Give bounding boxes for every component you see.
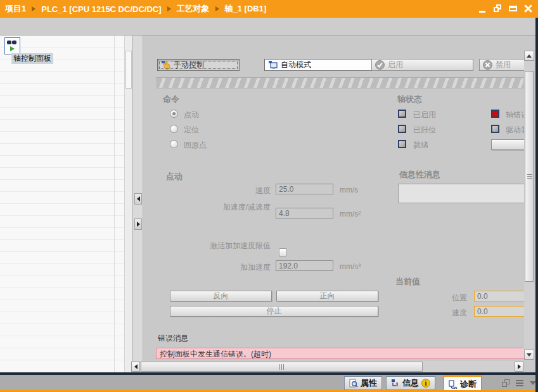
disable-button[interactable]: 禁用 (479, 59, 524, 71)
breadcrumb-axis[interactable]: 轴_1 [DB1] (225, 3, 267, 15)
info-icon: i (391, 379, 400, 388)
velocity-label: 速度 (423, 308, 467, 319)
acknowledge-button-partial[interactable] (491, 139, 524, 150)
scroll-up-button[interactable] (524, 51, 534, 61)
minimize-button[interactable] (478, 4, 487, 13)
statusbar-right-icons (502, 379, 536, 387)
scroll-left-button[interactable] (131, 362, 140, 372)
axis-status-section-title: 轴状态 (397, 94, 422, 105)
accel-label: 加速度/减速度 (181, 202, 271, 213)
vertical-scrollbar[interactable] (524, 51, 534, 360)
automatic-mode-button[interactable]: 自动模式 (264, 59, 373, 71)
monitor-icon (268, 60, 278, 70)
error-message-title: 错误消息 (158, 333, 188, 344)
homed-indicator (398, 125, 406, 133)
axis-control-panel: 手动控制 自动模式 启用 禁用 命令 (143, 35, 524, 360)
minimize-icon (479, 11, 485, 13)
sidebar-divider (114, 35, 115, 373)
breadcrumb-arrow-icon (32, 6, 35, 11)
chevron-left-icon (137, 196, 140, 201)
manual-control-label: 手动控制 (174, 60, 204, 70)
list-view-icon[interactable] (516, 380, 523, 386)
jog-section-title: 点动 (166, 171, 183, 182)
disable-label: 禁用 (496, 60, 511, 70)
sidebar: 轴控制面板 (0, 35, 132, 373)
collapse-left-button[interactable] (134, 193, 142, 205)
speed-unit: mm/s (340, 186, 358, 194)
play-icon (10, 46, 15, 51)
drive-error-indicator (491, 125, 499, 133)
enable-label: 启用 (388, 60, 403, 70)
breadcrumb-plc[interactable]: PLC_1 [CPU 1215C DC/DC/DC] (41, 4, 161, 14)
manual-control-button[interactable]: 手动控制 (157, 59, 240, 71)
sidebar-item-axis-control-panel[interactable]: 轴控制面板 (11, 53, 53, 64)
radio-positioning[interactable] (170, 125, 178, 133)
x-circle-icon (483, 60, 492, 70)
backward-button[interactable]: 反向 (170, 291, 272, 301)
accel-unit: mm/s² (340, 210, 361, 218)
breadcrumb-project[interactable]: 项目1 (5, 3, 26, 15)
radio-jog-label: 点动 (184, 110, 199, 120)
close-button[interactable] (524, 4, 533, 13)
thumb-grip-icon (279, 364, 285, 370)
horizontal-scrollbar[interactable] (131, 361, 523, 372)
window-right-edge (535, 18, 538, 392)
radio-jog[interactable] (170, 110, 178, 118)
breadcrumb-arrow-icon (167, 6, 171, 11)
ready-indicator (398, 140, 406, 148)
tab-info-label: 信息 (402, 377, 419, 389)
jerk-label: 加加速度 (181, 262, 271, 273)
position-value-field: 0.0 (474, 291, 524, 301)
titlebar: 项目1 PLC_1 [CPU 1215C DC/DC/DC] 工艺对象 轴_1 … (0, 0, 538, 18)
chevron-right-icon (518, 364, 521, 369)
sidebar-scrollbar[interactable] (124, 35, 132, 373)
enabled-indicator (398, 110, 406, 118)
maximize-icon (509, 6, 517, 11)
breadcrumb-technology-objects[interactable]: 工艺对象 (177, 3, 210, 15)
tab-diagnostics[interactable]: 诊断 (444, 375, 482, 392)
radio-homing-label: 回原点 (184, 140, 207, 151)
error-message-bar: 控制面板中发生通信错误。(超时) (156, 348, 524, 359)
info-badge-icon: i (421, 379, 430, 388)
tab-properties[interactable]: 属性 (344, 376, 382, 390)
maximize-button[interactable] (509, 4, 518, 13)
speed-input[interactable]: 25.0 (276, 184, 333, 194)
scroll-down-button[interactable] (524, 350, 534, 360)
splitter[interactable] (132, 35, 143, 373)
sidebar-scrollbar-thumb[interactable] (125, 51, 132, 89)
radio-homing[interactable] (170, 140, 178, 148)
check-circle-icon (375, 60, 385, 70)
command-section-title: 命令 (163, 94, 179, 105)
sidebar-item-label: 轴控制面板 (13, 53, 51, 64)
horizontal-scrollbar-thumb[interactable] (141, 362, 423, 372)
vertical-scrollbar-thumb[interactable] (525, 71, 534, 282)
restore-button[interactable] (494, 4, 503, 13)
scroll-right-button[interactable] (515, 362, 523, 372)
expand-right-button[interactable] (134, 218, 142, 230)
forward-button[interactable]: 正向 (276, 291, 378, 301)
current-values-title: 当前值 (395, 276, 420, 288)
chevron-up-icon (527, 54, 532, 58)
breadcrumb: 项目1 PLC_1 [CPU 1215C DC/DC/DC] 工艺对象 轴_1 … (5, 3, 266, 15)
toolbar-strip (0, 18, 538, 35)
commissioning-glasses-button[interactable] (4, 37, 20, 54)
accel-input[interactable]: 4.8 (276, 208, 333, 218)
breadcrumb-arrow-icon (215, 6, 219, 11)
stop-button[interactable]: 停止 (170, 306, 378, 317)
float-windows-icon[interactable] (502, 379, 509, 387)
axis-error-indicator (491, 110, 499, 118)
tab-diagnostics-label: 诊断 (460, 379, 477, 390)
chevron-down-icon (527, 353, 532, 357)
homed-label: 已归位 (413, 125, 436, 136)
thumb-grip-icon (527, 174, 532, 179)
tab-properties-label: 属性 (361, 377, 377, 389)
jerk-limit-checkbox[interactable] (279, 248, 287, 256)
progress-stripe-bar (156, 77, 524, 89)
tia-portal-window: 项目1 PLC_1 [CPU 1215C DC/DC/DC] 工艺对象 轴_1 … (0, 0, 538, 392)
statusbar: 属性 i 信息 i 诊断 (0, 375, 538, 392)
tab-info[interactable]: i 信息 i (386, 376, 435, 390)
automatic-mode-label: 自动模式 (281, 60, 311, 70)
jerk-input[interactable]: 192.0 (276, 260, 333, 271)
enable-button[interactable]: 启用 (371, 59, 473, 71)
info-message-field (398, 184, 524, 203)
